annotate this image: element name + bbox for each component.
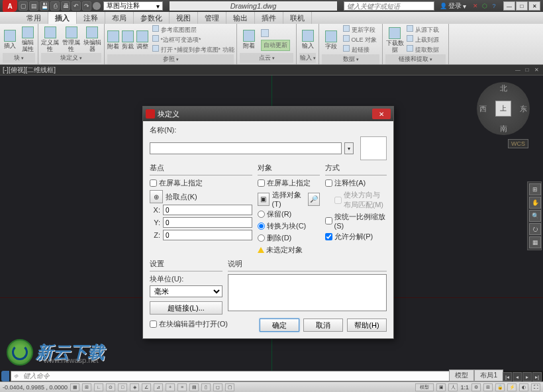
tpy-icon[interactable]: ▤ <box>189 383 199 391</box>
x-input[interactable] <box>163 205 252 215</box>
y-input[interactable] <box>163 217 252 228</box>
open-icon[interactable]: ▤ <box>29 1 38 11</box>
pc-index-button[interactable] <box>261 28 275 38</box>
dir-west[interactable]: 西 <box>479 104 487 114</box>
tab-output[interactable]: 输出 <box>226 12 255 24</box>
anno-scale-icon[interactable]: 人 <box>448 383 458 391</box>
command-line[interactable]: ⎆ 键入命令 <box>11 371 464 381</box>
group-block[interactable]: 块 <box>3 53 35 63</box>
viewcube-face[interactable]: 上 <box>495 101 511 117</box>
group-link[interactable]: 链接和提取 <box>385 54 446 64</box>
print-icon[interactable]: 🖶 <box>61 1 70 11</box>
minimize-icon[interactable]: — <box>503 1 515 11</box>
ducs-icon[interactable]: ⊿ <box>154 383 163 391</box>
update-field-button[interactable]: 更新字段 <box>343 25 377 34</box>
bp-onscreen-check[interactable]: 在屏幕上指定 <box>150 178 252 188</box>
tab-last-icon[interactable]: ▸| <box>532 372 542 381</box>
tab-online[interactable]: 联机 <box>283 12 312 24</box>
isolate-icon[interactable]: ◐ <box>519 383 528 391</box>
workspace-selector[interactable]: 草图与注释▾ <box>103 1 163 11</box>
hyperlink-button[interactable]: 超链接(L)... <box>150 301 222 315</box>
undo-icon[interactable]: ↶ <box>72 1 81 11</box>
tab-plugins[interactable]: 插件 <box>255 12 283 24</box>
saveas-icon[interactable]: ⎙ <box>50 1 60 11</box>
model-tab[interactable]: 模型 <box>449 369 474 381</box>
exchange-icon[interactable]: ✕ <box>471 2 479 10</box>
dl-source-button[interactable]: 从源下载 <box>407 25 439 34</box>
scale-readout[interactable]: 1:1 <box>460 384 469 391</box>
cancel-button[interactable]: 取消 <box>303 318 343 332</box>
wcs-label[interactable]: WCS <box>508 139 528 148</box>
snap-opt-line[interactable]: 打开 *捕捉到参考底图* 功能 <box>152 45 234 54</box>
tab-view[interactable]: 视图 <box>170 12 198 24</box>
qp-icon[interactable]: ▯ <box>201 383 211 391</box>
ortho-icon[interactable]: ∟ <box>94 383 103 391</box>
clip-button[interactable]: 剪裁 <box>122 25 134 54</box>
app-menu-icon[interactable]: A <box>3 0 17 12</box>
save-icon[interactable]: 💾 <box>40 1 49 11</box>
dyn-icon[interactable]: + <box>166 383 175 391</box>
close-icon[interactable]: ✕ <box>528 1 540 11</box>
viewport-label[interactable]: [-][俯视][二维线框] <box>3 66 56 75</box>
edit-attr-button[interactable]: 编辑属性 <box>21 25 36 53</box>
am-icon[interactable]: ▢ <box>225 383 234 391</box>
app-icon[interactable]: ⬡ <box>481 2 489 10</box>
layout-quick-icon[interactable]: ▣ <box>436 383 446 391</box>
new-icon[interactable]: ▢ <box>19 1 28 11</box>
cmdline-handle[interactable] <box>1 371 9 381</box>
tab-annotate[interactable]: 注释 <box>77 12 105 24</box>
pointcloud-attach-button[interactable]: 附着 <box>240 25 258 53</box>
quick-select-button[interactable]: 🔎 <box>308 193 320 206</box>
dialog-titlebar[interactable]: 块定义 ✕ <box>143 107 393 121</box>
osnap-icon[interactable]: □ <box>118 383 127 391</box>
polar-icon[interactable]: ⊙ <box>106 383 115 391</box>
3dosnap-icon[interactable]: ◈ <box>130 383 139 391</box>
viewcube[interactable]: 上 北 南 东 西 <box>477 82 530 135</box>
frame-opt-line[interactable]: *边框可变选项* <box>152 35 234 44</box>
tab-layout[interactable]: 布局 <box>105 12 134 24</box>
unit-select[interactable]: 毫米 <box>150 285 222 297</box>
lwt-icon[interactable]: ≡ <box>177 383 187 391</box>
allow-explode-check[interactable]: 允许分解(P) <box>325 232 387 242</box>
convert-radio[interactable]: 转换为块(C) <box>258 221 320 231</box>
block-editor-button[interactable]: 块编辑器 <box>83 25 101 53</box>
ok-button[interactable]: 确定 <box>260 318 299 332</box>
workspace-gear-icon[interactable] <box>93 2 101 10</box>
ole-button[interactable]: OLE 对象 <box>343 35 377 44</box>
layout1-tab[interactable]: 布局1 <box>474 369 503 381</box>
maximize-icon[interactable]: □ <box>516 1 528 11</box>
z-input[interactable] <box>163 230 252 240</box>
select-objects-button[interactable]: ▣ <box>258 193 270 206</box>
tab-prev-icon[interactable]: ◂ <box>513 372 522 381</box>
tab-next-icon[interactable]: ▸ <box>522 372 532 381</box>
redo-icon[interactable]: ↷ <box>82 1 91 11</box>
hw-accel-icon[interactable]: ⚡ <box>507 383 517 391</box>
create-block-button[interactable]: 定义属性 <box>41 25 60 53</box>
define-attr-button[interactable]: 管理属性 <box>62 25 81 53</box>
vp-max-icon[interactable]: □ <box>523 66 531 74</box>
pan-icon[interactable]: ✋ <box>529 197 541 209</box>
full-nav-icon[interactable]: ⊞ <box>529 183 541 195</box>
help-button[interactable]: 帮助(H) <box>347 318 387 332</box>
delete-radio[interactable]: 删除(D) <box>258 233 320 243</box>
autoupdate-button[interactable]: 自动更新 <box>261 40 290 51</box>
tab-manage[interactable]: 管理 <box>198 12 226 24</box>
anno-vis-icon[interactable]: ⚙ <box>471 383 481 391</box>
snap-icon[interactable]: ⊞ <box>82 383 91 391</box>
group-pointcloud[interactable]: 点云 <box>240 53 293 63</box>
obj-onscreen-check[interactable]: 在屏幕上指定 <box>258 178 320 188</box>
tab-first-icon[interactable]: |◂ <box>503 372 512 381</box>
vp-close-icon[interactable]: ✕ <box>532 66 540 74</box>
dir-south[interactable]: 南 <box>500 124 507 134</box>
showmotion-icon[interactable]: ▦ <box>529 236 541 248</box>
vp-min-icon[interactable]: — <box>514 66 522 74</box>
dir-north[interactable]: 北 <box>500 83 507 93</box>
ref-layer-line[interactable]: 参考底图图层 <box>152 25 234 34</box>
annotative-check[interactable]: 注释性(A) <box>325 178 387 188</box>
zoom-icon[interactable]: 🔍 <box>529 210 541 222</box>
tab-home[interactable]: 常用 <box>20 12 48 24</box>
group-blockdef[interactable]: 块定义 <box>41 53 101 63</box>
orbit-icon[interactable]: ⭮ <box>529 223 541 235</box>
import-button[interactable]: 输入 <box>299 25 316 53</box>
search-input[interactable] <box>344 1 434 11</box>
